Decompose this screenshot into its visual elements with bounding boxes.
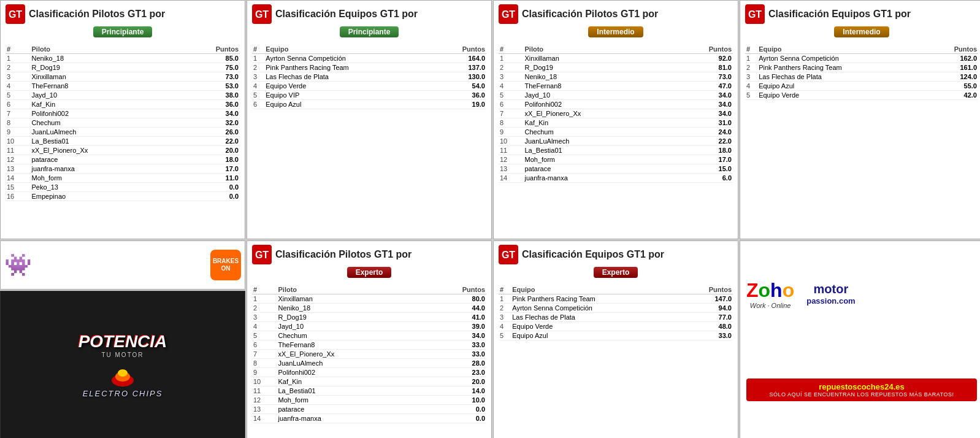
title-text: Clasificación Pilotos GT1 por <box>29 9 165 20</box>
table-cell: R_Dog19 <box>31 63 177 72</box>
table-cell: 5 <box>745 91 757 100</box>
table-row: 11xX_El_Pionero_Xx20.0 <box>6 146 240 155</box>
svg-text:GT: GT <box>502 9 515 20</box>
table-cell: Polifonhi002 <box>524 100 670 109</box>
table-cell: 1 <box>252 294 277 304</box>
table-cell: 3 <box>745 72 757 82</box>
standings-table: #EquipoPuntos1Ayrton Senna Competición16… <box>745 45 978 100</box>
table-row: 4Equipo Verde48.0 <box>499 322 733 331</box>
table-cell: 24.0 <box>670 128 733 137</box>
table-cell: xX_El_Pionero_Xx <box>524 109 670 118</box>
panel-gt1-intermedio-pilots: GT Clasificación Pilotos GT1 por Interme… <box>493 0 738 239</box>
table-cell: xX_El_Pionero_Xx <box>31 146 177 155</box>
badge-row: Intermedio <box>499 26 733 41</box>
gt-logo-icon: GT <box>745 4 765 24</box>
table-cell: 0.0 <box>177 192 240 201</box>
table-cell: 4 <box>499 322 511 331</box>
table-cell: Kaf_Kin <box>277 377 424 386</box>
table-cell: 22.0 <box>177 137 240 146</box>
table-cell: Polifonhi002 <box>277 368 424 377</box>
gt-logo-icon: GT <box>252 4 272 24</box>
table-cell: Kaf_Kin <box>524 118 670 128</box>
table-row: 2Neniko_1844.0 <box>252 304 486 313</box>
table-cell: 10 <box>6 137 31 146</box>
table-cell: Jayd_10 <box>31 91 177 100</box>
table-cell: juanfra-manxa <box>524 174 670 183</box>
category-badge: Intermedio <box>834 26 889 37</box>
table-cell: 1 <box>6 54 31 63</box>
table-cell: TheFernan8 <box>31 82 177 91</box>
table-cell: 23.0 <box>423 368 486 377</box>
table-cell: 15 <box>6 183 31 192</box>
standings-table: #PilotoPuntos1Xinxillaman80.02Neniko_184… <box>252 285 486 423</box>
table-cell: 36.0 <box>435 91 486 100</box>
table-cell: Equipo VIP <box>264 91 435 100</box>
repuestos-banner[interactable]: repuestoscoches24.es SÓLO AQUÍ SE ENCUEN… <box>746 378 977 401</box>
table-row: 10JuanLuAlmech22.0 <box>499 137 733 146</box>
table-cell: 17.0 <box>177 164 240 174</box>
panel-gt1-principiante-equipos: GT Clasificación Equipos GT1 por Princip… <box>247 0 492 239</box>
gt-logo-icon: GT <box>499 4 518 24</box>
table-cell: 2 <box>499 63 524 72</box>
table-cell: 11 <box>6 146 31 155</box>
table-cell: 31.0 <box>670 118 733 128</box>
table-cell: 22.0 <box>670 137 733 146</box>
table-cell: Xinxillaman <box>31 72 177 82</box>
table-cell: 39.0 <box>423 322 486 331</box>
table-row: 2Pink Panthers Racing Team137.0 <box>252 63 486 72</box>
table-cell: 4 <box>6 82 31 91</box>
table-cell: Xinxillaman <box>524 54 670 63</box>
table-cell: 19.0 <box>435 100 486 109</box>
table-cell: 10.0 <box>423 396 486 405</box>
motor-passion-ad: motor passion.com <box>806 282 855 305</box>
table-cell: 0.0 <box>423 414 486 423</box>
table-row: 2Ayrton Senna Competición94.0 <box>499 304 733 313</box>
table-cell: 54.0 <box>435 82 486 91</box>
table-cell: 1 <box>499 54 524 63</box>
title-text: Clasificación Pilotos GT1 por <box>522 9 658 20</box>
table-cell: 9 <box>252 368 277 377</box>
table-cell: 13 <box>499 164 524 174</box>
table-cell: Equipo Azul <box>757 82 928 91</box>
table-row: 15Peko_130.0 <box>6 183 240 192</box>
panel-title: GT Clasificación Pilotos GT1 por <box>252 245 486 264</box>
table-cell: 8 <box>6 118 31 128</box>
table-cell: 20.0 <box>423 377 486 386</box>
col-header: Piloto <box>277 285 424 294</box>
table-cell: R_Dog19 <box>277 313 424 322</box>
standings-table: #PilotoPuntos1Neniko_1885.02R_Dog1975.03… <box>6 45 240 201</box>
table-row: 12Moh_form17.0 <box>499 155 733 164</box>
badge-row: Principiante <box>6 26 240 41</box>
table-cell: 0.0 <box>423 405 486 414</box>
table-cell: La_Bestia01 <box>31 137 177 146</box>
title-text: Clasificación Pilotos GT1 por <box>275 249 412 260</box>
table-cell: 34.0 <box>670 100 733 109</box>
table-row: 2R_Dog1981.0 <box>499 63 733 72</box>
table-row: 3Las Flechas de Plata130.0 <box>252 72 486 82</box>
col-header: Piloto <box>31 45 177 54</box>
table-row: 5Jayd_1034.0 <box>499 91 733 100</box>
table-cell: Xinxillaman <box>277 294 424 304</box>
table-cell: 7 <box>6 109 31 118</box>
col-header: Puntos <box>435 45 486 54</box>
table-cell: 130.0 <box>435 72 486 82</box>
table-cell: 137.0 <box>435 63 486 72</box>
table-cell: Equipo Verde <box>264 82 435 91</box>
table-cell: 4 <box>499 82 524 91</box>
col-header: # <box>745 45 757 54</box>
top-ads-row: Z o h o Work · Online motor passion.com <box>746 279 977 309</box>
table-cell: Ayrton Senna Competición <box>264 54 435 63</box>
table-cell: R_Dog19 <box>524 63 670 72</box>
zoho-ad: Z o h o Work · Online <box>746 279 794 309</box>
passion-text: passion.com <box>806 296 855 305</box>
table-cell: Chechum <box>31 118 177 128</box>
table-cell: 77.0 <box>682 313 733 322</box>
potencia-title: POTENCIA <box>78 332 167 352</box>
table-cell: 10 <box>499 137 524 146</box>
col-header: Equipo <box>757 45 928 54</box>
table-cell: 3 <box>6 72 31 82</box>
svg-text:GT: GT <box>9 9 22 20</box>
table-cell: 6 <box>252 100 264 109</box>
table-cell: Ayrton Senna Competición <box>757 54 928 63</box>
table-cell: 6 <box>252 340 277 350</box>
